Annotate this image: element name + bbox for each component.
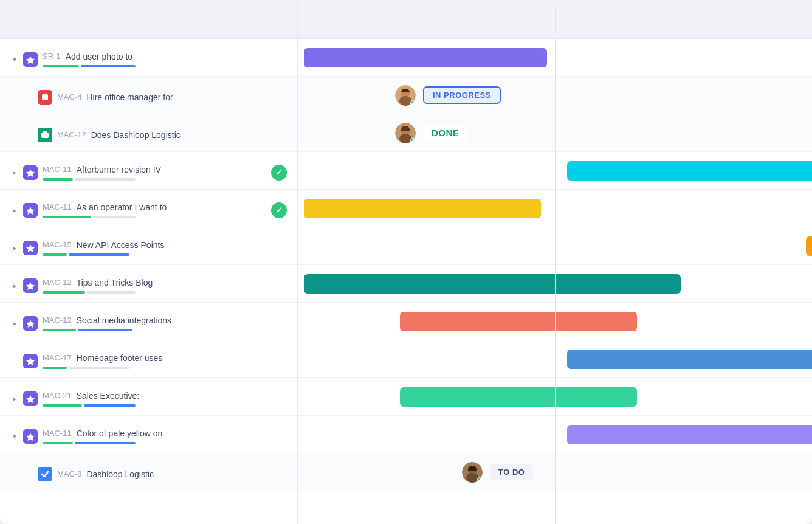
progress-segment: [69, 367, 129, 369]
row-info: MAC-11 As an operator I want to: [43, 202, 266, 218]
progress-segment: [78, 329, 132, 331]
toggle-expanded[interactable]: [10, 55, 19, 64]
progress-bar: [43, 329, 152, 331]
progress-segment: [69, 253, 129, 256]
progress-bar: [43, 367, 152, 369]
epic-row-r9c1[interactable]: MAC-8 Dashloop Logistic: [0, 453, 297, 491]
progress-segment: [43, 253, 67, 256]
gantt-divider: [555, 39, 556, 524]
svg-marker-5: [26, 207, 35, 215]
progress-segment: [87, 291, 136, 294]
row-issue-id: MAC-4: [57, 92, 81, 102]
gantt-panel: IN PROGRESS DONE TO DO: [298, 0, 812, 524]
epic-row-r3[interactable]: MAC-11 As an operator I want to: [0, 190, 297, 227]
gantt-bar-r2[interactable]: [567, 161, 812, 181]
row-issue-id: MAC-21: [43, 391, 72, 400]
epic-row-r6[interactable]: MAC-12 Social media integrations: [0, 303, 297, 340]
progress-segment: [43, 216, 91, 218]
svg-marker-0: [26, 56, 35, 64]
progress-bar: [43, 65, 152, 67]
epic-row-r9[interactable]: MAC-11 Color of pale yellow on: [0, 416, 297, 453]
row-title: Afterburner revision IV: [77, 165, 161, 174]
progress-segment: [75, 178, 136, 181]
row-title: Tips and Tricks Blog: [77, 278, 153, 288]
row-title: Homepage footer uses: [77, 353, 163, 363]
toggle-collapsed[interactable]: [10, 243, 19, 253]
row-info: MAC-8 Dashloop Logistic: [57, 469, 287, 479]
avatar-status-wrap: DONE: [395, 123, 467, 143]
progress-segment: [43, 65, 79, 67]
row-title: Does Dashloop Logistic: [91, 130, 181, 140]
gantt-bar-r9[interactable]: [567, 425, 812, 444]
row-issue-id: MAC-17: [43, 353, 72, 362]
gantt-bar-r4[interactable]: [806, 236, 812, 256]
svg-marker-8: [26, 320, 35, 328]
icon-badge-purple: [23, 429, 38, 444]
row-top: MAC-12 Social media integrations: [43, 315, 287, 325]
row-issue-id: MAC-12: [57, 130, 86, 139]
toggle-collapsed[interactable]: [10, 319, 19, 328]
toggle-collapsed[interactable]: [10, 394, 19, 404]
epic-row-r1c1[interactable]: MAC-4 Hire office manager for: [0, 77, 297, 114]
progress-bar: [43, 178, 152, 181]
gantt-bar-r1[interactable]: [304, 48, 547, 67]
toggle-expanded[interactable]: [10, 432, 19, 441]
row-top: MAC-12 Does Dashloop Logistic: [57, 130, 287, 140]
icon-badge-purple: [23, 203, 38, 218]
progress-segment: [84, 404, 136, 407]
epic-row-r8[interactable]: MAC-21 Sales Executive:: [0, 378, 297, 416]
icon-badge-red: [38, 90, 52, 105]
progress-bar: [43, 253, 152, 256]
status-badge: IN PROGRESS: [423, 86, 501, 104]
row-title: Dashloop Logistic: [86, 469, 154, 479]
month-divider: [555, 7, 556, 32]
row-info: MAC-12 Tips and Tricks Blog: [43, 278, 287, 294]
row-issue-id: SR-1: [43, 52, 61, 61]
svg-marker-11: [26, 433, 35, 441]
row-top: MAC-8 Dashloop Logistic: [57, 469, 287, 479]
gantt-bar-r5[interactable]: [304, 274, 681, 294]
status-badge: DONE: [423, 125, 467, 141]
row-info: MAC-4 Hire office manager for: [57, 92, 287, 102]
icon-badge-green-dark: [38, 128, 52, 142]
icon-badge-purple: [23, 354, 38, 368]
progress-segment: [81, 65, 136, 67]
progress-segment: [43, 442, 73, 444]
gantt-bar-r7[interactable]: [567, 350, 812, 369]
svg-rect-3: [43, 131, 47, 133]
row-top: MAC-12 Tips and Tricks Blog: [43, 278, 287, 288]
svg-marker-10: [26, 395, 35, 403]
icon-badge-purple: [23, 316, 38, 331]
svg-point-18: [399, 134, 411, 143]
epic-row-r7[interactable]: MAC-17 Homepage footer uses: [0, 340, 297, 378]
toggle-collapsed[interactable]: [10, 281, 19, 291]
epic-list: SR-1 Add user photo to MAC-4 Hire office…: [0, 39, 297, 524]
row-top: MAC-11 Color of pale yellow on: [43, 429, 287, 438]
row-info: SR-1 Add user photo to: [43, 52, 287, 67]
icon-badge-purple: [23, 391, 38, 406]
epic-row-r5[interactable]: MAC-12 Tips and Tricks Blog: [0, 265, 297, 303]
gantt-bar-r3[interactable]: [304, 199, 541, 218]
row-top: MAC-11 As an operator I want to: [43, 202, 266, 212]
gantt-body: IN PROGRESS DONE TO DO: [298, 39, 812, 524]
icon-badge-purple: [23, 278, 38, 293]
progress-segment: [43, 291, 85, 294]
gantt-bar-r8[interactable]: [400, 387, 637, 407]
toggle-collapsed[interactable]: [10, 168, 19, 178]
epic-row-r2[interactable]: MAC-11 Afterburner revision IV: [0, 152, 297, 190]
toggle-collapsed[interactable]: [10, 205, 19, 215]
epic-row-r4[interactable]: MAC-15 New API Access Points: [0, 227, 297, 265]
icon-badge-purple: [23, 241, 38, 255]
progress-bar: [43, 404, 152, 407]
icon-badge-purple: [23, 52, 38, 67]
svg-rect-2: [41, 133, 49, 138]
left-panel: SR-1 Add user photo to MAC-4 Hire office…: [0, 0, 298, 524]
gantt-bar-r6[interactable]: [400, 312, 637, 331]
svg-point-14: [399, 96, 411, 106]
svg-marker-6: [26, 244, 35, 252]
epic-row-r1c2[interactable]: MAC-12 Does Dashloop Logistic: [0, 114, 297, 152]
row-top: MAC-21 Sales Executive:: [43, 391, 287, 401]
check-badge: [271, 202, 287, 218]
epic-row-r1[interactable]: SR-1 Add user photo to: [0, 39, 297, 77]
row-top: MAC-4 Hire office manager for: [57, 92, 287, 102]
